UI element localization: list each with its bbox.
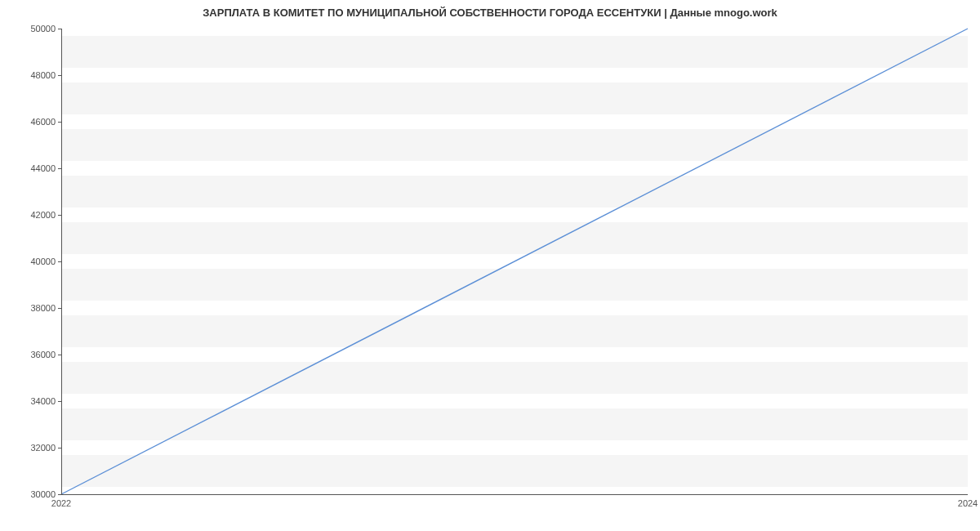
y-tick-mark xyxy=(58,168,61,169)
y-tick-label: 50000 xyxy=(7,24,56,33)
y-tick-label: 30000 xyxy=(7,489,56,499)
y-tick-label: 46000 xyxy=(7,117,56,127)
chart-title: ЗАРПЛАТА В КОМИТЕТ ПО МУНИЦИПАЛЬНОЙ СОБС… xyxy=(0,7,980,19)
y-axis-line xyxy=(61,29,62,494)
y-tick-label: 38000 xyxy=(7,303,56,313)
y-tick-label: 36000 xyxy=(7,350,56,359)
x-tick-label: 2022 xyxy=(51,498,71,508)
y-tick-mark xyxy=(58,261,61,262)
y-tick-mark xyxy=(58,122,61,123)
y-tick-label: 44000 xyxy=(7,163,56,173)
y-tick-label: 42000 xyxy=(7,210,56,220)
y-tick-mark xyxy=(58,29,61,29)
x-axis-line xyxy=(61,494,968,495)
y-tick-label: 32000 xyxy=(7,443,56,453)
y-tick-mark xyxy=(58,494,61,495)
y-tick-label: 34000 xyxy=(7,396,56,406)
plot-area xyxy=(61,29,968,494)
y-tick-label: 40000 xyxy=(7,257,56,266)
y-tick-mark xyxy=(58,448,61,448)
chart-container: ЗАРПЛАТА В КОМИТЕТ ПО МУНИЦИПАЛЬНОЙ СОБС… xyxy=(0,0,980,531)
y-tick-mark xyxy=(58,308,61,309)
y-tick-mark xyxy=(58,355,61,355)
x-tick-label: 2024 xyxy=(958,498,978,508)
chart-svg xyxy=(61,29,968,494)
y-tick-mark xyxy=(58,401,61,402)
y-tick-label: 48000 xyxy=(7,70,56,80)
y-tick-mark xyxy=(58,75,61,76)
y-tick-mark xyxy=(58,215,61,216)
